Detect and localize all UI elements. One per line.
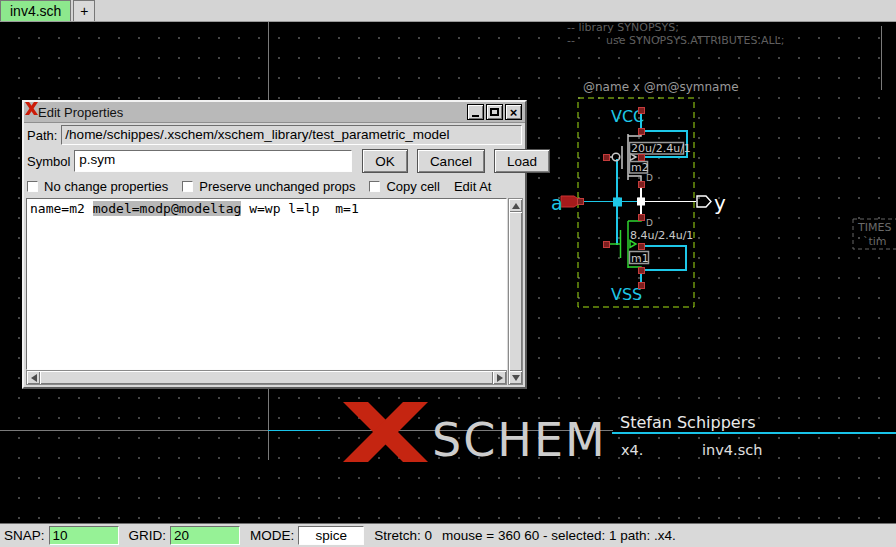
scroll-left-button[interactable] <box>27 371 40 384</box>
symbol-label: Symbol <box>27 154 70 169</box>
arrow-up-icon <box>512 203 520 209</box>
new-tab-button[interactable]: + <box>73 0 95 21</box>
snap-input[interactable]: 10 <box>49 526 119 545</box>
nmos-bulk-wire[interactable] <box>644 246 686 270</box>
pin-square[interactable] <box>603 241 609 247</box>
scroll-up-button[interactable] <box>509 199 522 212</box>
properties-text-region: name=m2 model=modp@modeltag w=wp l=lp m=… <box>26 198 523 385</box>
cancel-button[interactable]: Cancel <box>417 149 485 173</box>
checkbox-icon <box>369 181 380 192</box>
no-change-properties-checkbox[interactable]: No change properties <box>27 179 168 194</box>
xschem-window: inv4.sch + -- library SYNOPSYS; -- use S… <box>0 0 896 547</box>
scroll-right-button[interactable] <box>493 371 506 384</box>
pmos-drain-pin-name: D <box>646 173 653 183</box>
checkbox-icon <box>182 181 193 192</box>
plus-icon: + <box>80 3 88 19</box>
maximize-button[interactable] <box>486 104 503 120</box>
arrow-down-icon <box>512 375 520 381</box>
author-text: Stefan Schippers <box>620 413 756 432</box>
snap-label: SNAP: <box>4 528 45 543</box>
pin-square[interactable] <box>638 128 644 134</box>
logo-brand-text: SCHEM <box>432 413 607 467</box>
right-text-2: `tim <box>863 235 887 248</box>
close-button[interactable]: × <box>505 104 522 120</box>
prop-text-selected: model=modp@modeltag <box>93 201 242 216</box>
output-pin-shape[interactable] <box>697 196 711 207</box>
pmos-bubble-icon <box>612 153 620 161</box>
grid-label: GRID: <box>129 528 167 543</box>
output-pin-label[interactable]: y <box>714 191 726 215</box>
edit-attributes-clipped-text[interactable]: Edit At <box>454 179 492 194</box>
path-label: Path: <box>27 128 57 143</box>
xschem-app-icon <box>24 102 39 116</box>
pin-square[interactable] <box>638 267 644 273</box>
checkbox-label: Preserve unchanged props <box>199 179 355 194</box>
sheet-filename-text: inv4.sch <box>702 442 762 458</box>
pin-square[interactable] <box>638 107 644 113</box>
stretch-status: Stretch: 0 <box>374 528 432 543</box>
minimize-button[interactable] <box>467 104 484 120</box>
tab-inv4-sch[interactable]: inv4.sch <box>0 0 71 21</box>
symbol-template-text[interactable]: @name x @m@symname <box>583 80 739 94</box>
mouse-status: mouse = 360 60 - selected: 1 path: .x4. <box>442 528 676 543</box>
sheet-instance-text: x4. <box>621 442 643 458</box>
mode-label: MODE: <box>250 528 294 543</box>
preserve-unchanged-props-checkbox[interactable]: Preserve unchanged props <box>182 179 355 194</box>
properties-textarea[interactable]: name=m2 model=modp@modeltag w=wp l=lp m=… <box>26 198 507 370</box>
schematic-canvas[interactable]: -- library SYNOPSYS; -- use SYNOPSYS.ATT… <box>0 22 896 523</box>
comment-line-2-dash: -- <box>567 34 575 47</box>
vertical-scrollbar[interactable] <box>508 198 523 385</box>
arrow-right-icon <box>497 374 503 382</box>
scroll-down-button[interactable] <box>509 371 522 384</box>
pin-square[interactable] <box>638 181 644 187</box>
status-bar: SNAP: 10 GRID: 20 MODE: spice Stretch: 0… <box>0 523 896 547</box>
output-wires[interactable] <box>641 184 696 217</box>
selection-bounding-box <box>578 98 694 307</box>
dialog-title: Edit Properties <box>38 105 123 120</box>
close-icon: × <box>510 106 518 119</box>
comment-line-2: use SYNOPSYS.ATTRIBUTES.ALL; <box>606 34 784 47</box>
prop-text: w=wp l=lp m=1 <box>241 201 358 216</box>
mode-input[interactable]: spice <box>298 526 364 545</box>
pin-square[interactable] <box>638 243 644 249</box>
load-button[interactable]: Load <box>494 149 550 173</box>
ok-button[interactable]: OK <box>362 149 408 173</box>
arrow-left-icon <box>31 374 37 382</box>
pin-square[interactable] <box>638 214 644 220</box>
nmos-drain-pin-name: D <box>646 218 653 228</box>
output-pin-y[interactable]: y <box>697 191 726 215</box>
horizontal-scroll-thumb[interactable] <box>40 371 493 384</box>
wire-junction-cyan[interactable] <box>613 198 622 207</box>
wire-junction-white[interactable] <box>637 198 645 206</box>
pmos-size-label[interactable]: 20u/2.4u/1 <box>631 142 691 155</box>
edit-properties-dialog: Edit Properties × Path: /home/schippes/.… <box>22 100 527 389</box>
tab-label: inv4.sch <box>10 3 61 19</box>
pin-square[interactable] <box>603 154 609 160</box>
nmos-m1-instance[interactable]: 8.4u/2.4u/1 m1 D <box>608 218 693 271</box>
vhdl-comments: -- library SYNOPSYS; -- use SYNOPSYS.ATT… <box>567 22 784 47</box>
prop-text: name=m2 <box>30 201 93 216</box>
dialog-titlebar[interactable]: Edit Properties × <box>24 102 525 123</box>
checkbox-label: Copy cell <box>386 179 439 194</box>
maximize-icon <box>490 108 499 116</box>
nmos-name-label[interactable]: m1 <box>631 252 649 265</box>
pin-square[interactable] <box>638 282 644 288</box>
path-field[interactable]: /home/schippes/.xschem/xschem_library/te… <box>61 125 522 145</box>
right-text-1: TIMES <box>857 221 891 234</box>
copy-cell-checkbox[interactable]: Copy cell <box>369 179 439 194</box>
input-pin-label[interactable]: a <box>551 192 563 214</box>
timescale-fragment: TIMES `tim <box>853 219 896 249</box>
vertical-scroll-thumb[interactable] <box>509 212 522 371</box>
checkbox-icon <box>27 181 38 192</box>
xschem-logo: SCHEM <box>343 402 607 467</box>
minimize-icon <box>472 115 479 117</box>
nmos-size-label[interactable]: 8.4u/2.4u/1 <box>630 229 693 242</box>
tab-bar: inv4.sch + <box>0 0 896 22</box>
symbol-input[interactable]: p.sym <box>74 150 352 172</box>
pin-square[interactable] <box>577 199 583 205</box>
comment-line-1: -- library SYNOPSYS; <box>567 22 679 34</box>
horizontal-scrollbar[interactable] <box>26 370 507 385</box>
grid-input[interactable]: 20 <box>170 526 240 545</box>
checkbox-label: No change properties <box>44 179 168 194</box>
pin-square[interactable] <box>638 154 644 160</box>
